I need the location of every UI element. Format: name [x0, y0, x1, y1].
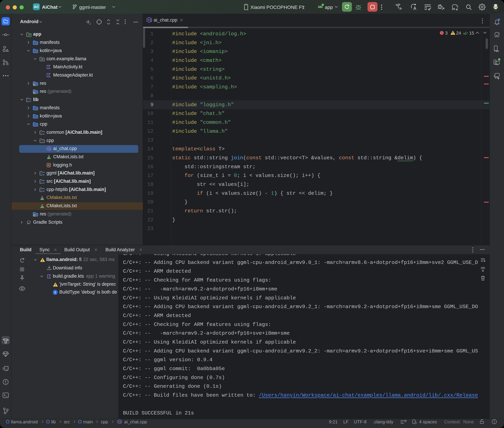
svg-text:C: C [118, 420, 120, 423]
svg-text:C: C [48, 148, 50, 150]
svg-text:C: C [148, 18, 150, 21]
